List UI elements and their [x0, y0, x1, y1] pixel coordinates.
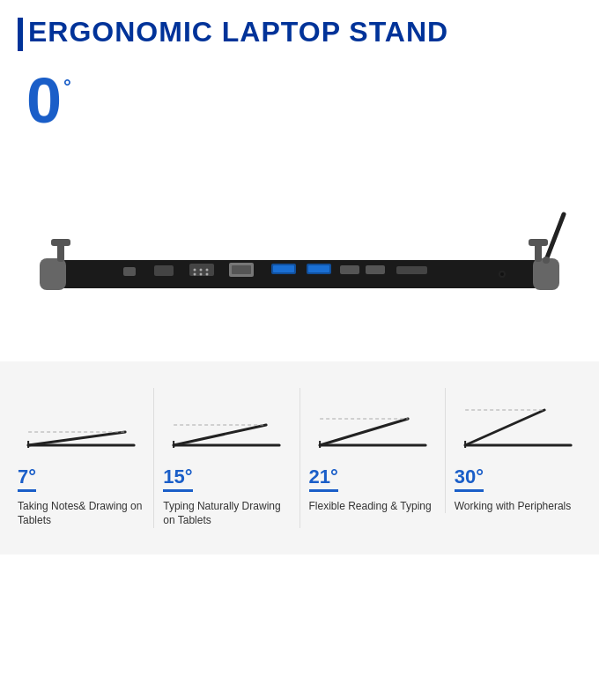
feature-angle-label-30: 30° [455, 467, 484, 492]
svg-rect-19 [232, 265, 251, 274]
svg-rect-24 [340, 265, 359, 274]
svg-rect-21 [273, 265, 294, 272]
svg-point-17 [206, 272, 209, 275]
svg-line-34 [174, 425, 266, 445]
feature-desc-15: Typing Naturally Drawing on Tablets [163, 499, 290, 529]
svg-point-15 [194, 272, 196, 275]
svg-rect-0 [44, 260, 555, 288]
svg-rect-10 [154, 265, 174, 276]
feature-desc-30: Working with Peripherals [455, 499, 572, 514]
feature-desc-7: Taking Notes& Drawing on Tablets [18, 499, 144, 529]
svg-rect-4 [51, 239, 70, 246]
svg-line-30 [28, 432, 125, 445]
svg-rect-25 [366, 265, 385, 274]
header-section: ERGONOMIC LAPTOP STAND [0, 0, 599, 60]
product-image-section [0, 132, 599, 361]
feature-item-21deg: 21° Flexible Reading & Typing [300, 388, 446, 514]
title-bar-icon [18, 18, 23, 51]
svg-line-7 [546, 214, 564, 260]
svg-rect-9 [123, 267, 136, 276]
svg-point-8 [543, 257, 550, 264]
features-section: 7° Taking Notes& Drawing on Tablets 15° … [0, 361, 599, 555]
svg-rect-26 [396, 266, 427, 274]
feature-item-15deg: 15° Typing Naturally Drawing on Tablets [154, 388, 300, 529]
svg-point-28 [500, 272, 504, 276]
angle-diagram-15 [163, 388, 290, 458]
angle-diagram-30 [455, 388, 581, 458]
svg-point-12 [194, 268, 196, 271]
feature-desc-21: Flexible Reading & Typing [309, 499, 432, 514]
angle-display-section: 0 ° [0, 60, 599, 132]
page-title: ERGONOMIC LAPTOP STAND [18, 16, 581, 51]
svg-point-13 [200, 268, 203, 271]
svg-rect-23 [308, 265, 329, 272]
svg-line-42 [465, 410, 544, 445]
svg-line-38 [320, 419, 408, 445]
feature-angle-label-21: 21° [309, 467, 338, 492]
feature-angle-label-7: 7° [18, 467, 36, 492]
svg-point-16 [200, 272, 203, 275]
angle-display: 0 ° [26, 69, 71, 132]
feature-item-30deg: 30° Working with Peripherals [446, 388, 590, 514]
angle-diagram-21 [309, 388, 436, 458]
stand-illustration [26, 154, 573, 331]
feature-angle-label-15: 15° [163, 467, 192, 492]
angle-diagram-7 [18, 388, 144, 458]
feature-item-7deg: 7° Taking Notes& Drawing on Tablets [9, 388, 154, 529]
svg-point-14 [206, 268, 209, 271]
svg-rect-1 [40, 258, 66, 290]
angle-number: 0 [26, 69, 62, 132]
svg-rect-6 [529, 239, 548, 246]
angle-degree-symbol: ° [63, 78, 71, 97]
